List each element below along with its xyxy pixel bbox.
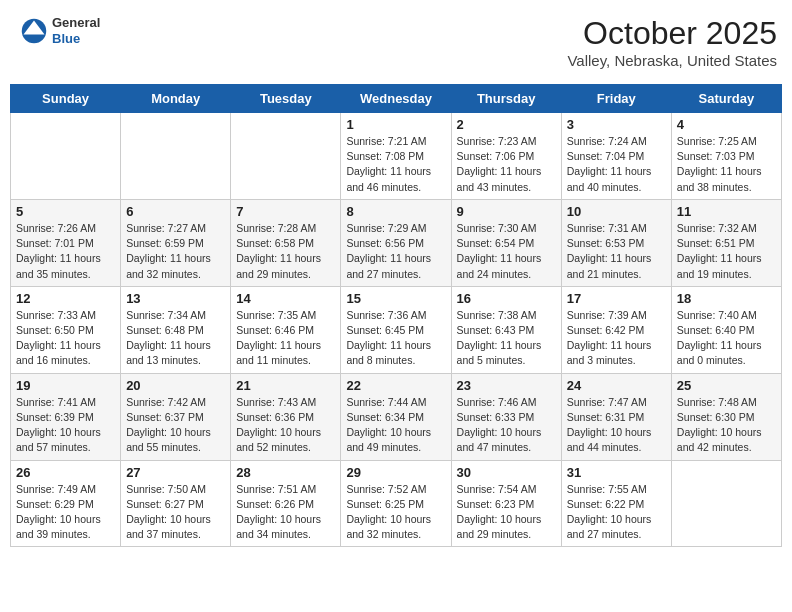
calendar-day-cell: 22Sunrise: 7:44 AM Sunset: 6:34 PM Dayli… — [341, 373, 451, 460]
day-info: Sunrise: 7:55 AM Sunset: 6:22 PM Dayligh… — [567, 482, 666, 543]
day-info: Sunrise: 7:33 AM Sunset: 6:50 PM Dayligh… — [16, 308, 115, 369]
calendar-day-cell: 17Sunrise: 7:39 AM Sunset: 6:42 PM Dayli… — [561, 286, 671, 373]
day-info: Sunrise: 7:39 AM Sunset: 6:42 PM Dayligh… — [567, 308, 666, 369]
weekday-header: Tuesday — [231, 85, 341, 113]
weekday-header: Thursday — [451, 85, 561, 113]
day-number: 20 — [126, 378, 225, 393]
location: Valley, Nebraska, United States — [567, 52, 777, 69]
calendar-day-cell: 2Sunrise: 7:23 AM Sunset: 7:06 PM Daylig… — [451, 113, 561, 200]
calendar-day-cell: 1Sunrise: 7:21 AM Sunset: 7:08 PM Daylig… — [341, 113, 451, 200]
calendar-day-cell: 19Sunrise: 7:41 AM Sunset: 6:39 PM Dayli… — [11, 373, 121, 460]
day-info: Sunrise: 7:21 AM Sunset: 7:08 PM Dayligh… — [346, 134, 445, 195]
calendar-day-cell — [11, 113, 121, 200]
calendar-day-cell: 13Sunrise: 7:34 AM Sunset: 6:48 PM Dayli… — [121, 286, 231, 373]
day-number: 28 — [236, 465, 335, 480]
calendar-day-cell: 26Sunrise: 7:49 AM Sunset: 6:29 PM Dayli… — [11, 460, 121, 547]
calendar-week-row: 26Sunrise: 7:49 AM Sunset: 6:29 PM Dayli… — [11, 460, 782, 547]
calendar-day-cell: 4Sunrise: 7:25 AM Sunset: 7:03 PM Daylig… — [671, 113, 781, 200]
calendar-day-cell — [121, 113, 231, 200]
day-info: Sunrise: 7:42 AM Sunset: 6:37 PM Dayligh… — [126, 395, 225, 456]
calendar-day-cell: 6Sunrise: 7:27 AM Sunset: 6:59 PM Daylig… — [121, 199, 231, 286]
calendar-table: SundayMondayTuesdayWednesdayThursdayFrid… — [10, 84, 782, 547]
calendar-day-cell: 10Sunrise: 7:31 AM Sunset: 6:53 PM Dayli… — [561, 199, 671, 286]
day-info: Sunrise: 7:25 AM Sunset: 7:03 PM Dayligh… — [677, 134, 776, 195]
calendar-day-cell: 29Sunrise: 7:52 AM Sunset: 6:25 PM Dayli… — [341, 460, 451, 547]
page-header: General Blue October 2025 Valley, Nebras… — [10, 10, 782, 74]
calendar-day-cell — [671, 460, 781, 547]
day-number: 5 — [16, 204, 115, 219]
calendar-day-cell: 3Sunrise: 7:24 AM Sunset: 7:04 PM Daylig… — [561, 113, 671, 200]
month-title: October 2025 — [567, 15, 777, 52]
day-number: 10 — [567, 204, 666, 219]
day-number: 12 — [16, 291, 115, 306]
day-info: Sunrise: 7:28 AM Sunset: 6:58 PM Dayligh… — [236, 221, 335, 282]
calendar-day-cell: 24Sunrise: 7:47 AM Sunset: 6:31 PM Dayli… — [561, 373, 671, 460]
day-number: 3 — [567, 117, 666, 132]
day-info: Sunrise: 7:24 AM Sunset: 7:04 PM Dayligh… — [567, 134, 666, 195]
day-info: Sunrise: 7:43 AM Sunset: 6:36 PM Dayligh… — [236, 395, 335, 456]
day-info: Sunrise: 7:46 AM Sunset: 6:33 PM Dayligh… — [457, 395, 556, 456]
day-number: 17 — [567, 291, 666, 306]
day-info: Sunrise: 7:38 AM Sunset: 6:43 PM Dayligh… — [457, 308, 556, 369]
calendar-day-cell: 23Sunrise: 7:46 AM Sunset: 6:33 PM Dayli… — [451, 373, 561, 460]
day-info: Sunrise: 7:31 AM Sunset: 6:53 PM Dayligh… — [567, 221, 666, 282]
day-info: Sunrise: 7:49 AM Sunset: 6:29 PM Dayligh… — [16, 482, 115, 543]
day-number: 26 — [16, 465, 115, 480]
day-info: Sunrise: 7:54 AM Sunset: 6:23 PM Dayligh… — [457, 482, 556, 543]
day-info: Sunrise: 7:40 AM Sunset: 6:40 PM Dayligh… — [677, 308, 776, 369]
day-info: Sunrise: 7:51 AM Sunset: 6:26 PM Dayligh… — [236, 482, 335, 543]
day-info: Sunrise: 7:44 AM Sunset: 6:34 PM Dayligh… — [346, 395, 445, 456]
calendar-day-cell: 12Sunrise: 7:33 AM Sunset: 6:50 PM Dayli… — [11, 286, 121, 373]
day-info: Sunrise: 7:29 AM Sunset: 6:56 PM Dayligh… — [346, 221, 445, 282]
day-info: Sunrise: 7:48 AM Sunset: 6:30 PM Dayligh… — [677, 395, 776, 456]
day-number: 11 — [677, 204, 776, 219]
day-number: 2 — [457, 117, 556, 132]
day-info: Sunrise: 7:47 AM Sunset: 6:31 PM Dayligh… — [567, 395, 666, 456]
day-info: Sunrise: 7:35 AM Sunset: 6:46 PM Dayligh… — [236, 308, 335, 369]
weekday-header: Saturday — [671, 85, 781, 113]
day-number: 16 — [457, 291, 556, 306]
day-number: 22 — [346, 378, 445, 393]
calendar-day-cell: 21Sunrise: 7:43 AM Sunset: 6:36 PM Dayli… — [231, 373, 341, 460]
day-info: Sunrise: 7:52 AM Sunset: 6:25 PM Dayligh… — [346, 482, 445, 543]
calendar-week-row: 5Sunrise: 7:26 AM Sunset: 7:01 PM Daylig… — [11, 199, 782, 286]
day-number: 7 — [236, 204, 335, 219]
logo-icon — [20, 17, 48, 45]
day-number: 19 — [16, 378, 115, 393]
calendar-week-row: 19Sunrise: 7:41 AM Sunset: 6:39 PM Dayli… — [11, 373, 782, 460]
day-number: 30 — [457, 465, 556, 480]
day-info: Sunrise: 7:32 AM Sunset: 6:51 PM Dayligh… — [677, 221, 776, 282]
logo-blue-text: Blue — [52, 31, 100, 47]
day-number: 14 — [236, 291, 335, 306]
weekday-header: Monday — [121, 85, 231, 113]
day-number: 8 — [346, 204, 445, 219]
day-number: 21 — [236, 378, 335, 393]
calendar-day-cell: 8Sunrise: 7:29 AM Sunset: 6:56 PM Daylig… — [341, 199, 451, 286]
calendar-day-cell: 15Sunrise: 7:36 AM Sunset: 6:45 PM Dayli… — [341, 286, 451, 373]
day-number: 13 — [126, 291, 225, 306]
day-info: Sunrise: 7:27 AM Sunset: 6:59 PM Dayligh… — [126, 221, 225, 282]
calendar-day-cell: 11Sunrise: 7:32 AM Sunset: 6:51 PM Dayli… — [671, 199, 781, 286]
calendar-day-cell: 9Sunrise: 7:30 AM Sunset: 6:54 PM Daylig… — [451, 199, 561, 286]
day-info: Sunrise: 7:50 AM Sunset: 6:27 PM Dayligh… — [126, 482, 225, 543]
calendar-week-row: 12Sunrise: 7:33 AM Sunset: 6:50 PM Dayli… — [11, 286, 782, 373]
weekday-header: Friday — [561, 85, 671, 113]
calendar-day-cell: 20Sunrise: 7:42 AM Sunset: 6:37 PM Dayli… — [121, 373, 231, 460]
logo-text: General Blue — [52, 15, 100, 46]
day-number: 18 — [677, 291, 776, 306]
calendar-day-cell: 27Sunrise: 7:50 AM Sunset: 6:27 PM Dayli… — [121, 460, 231, 547]
logo-general-text: General — [52, 15, 100, 31]
day-number: 24 — [567, 378, 666, 393]
calendar-day-cell — [231, 113, 341, 200]
day-number: 29 — [346, 465, 445, 480]
calendar-day-cell: 7Sunrise: 7:28 AM Sunset: 6:58 PM Daylig… — [231, 199, 341, 286]
calendar-week-row: 1Sunrise: 7:21 AM Sunset: 7:08 PM Daylig… — [11, 113, 782, 200]
day-info: Sunrise: 7:30 AM Sunset: 6:54 PM Dayligh… — [457, 221, 556, 282]
weekday-header: Sunday — [11, 85, 121, 113]
day-number: 6 — [126, 204, 225, 219]
calendar-day-cell: 16Sunrise: 7:38 AM Sunset: 6:43 PM Dayli… — [451, 286, 561, 373]
day-number: 1 — [346, 117, 445, 132]
day-info: Sunrise: 7:34 AM Sunset: 6:48 PM Dayligh… — [126, 308, 225, 369]
day-info: Sunrise: 7:26 AM Sunset: 7:01 PM Dayligh… — [16, 221, 115, 282]
day-number: 4 — [677, 117, 776, 132]
